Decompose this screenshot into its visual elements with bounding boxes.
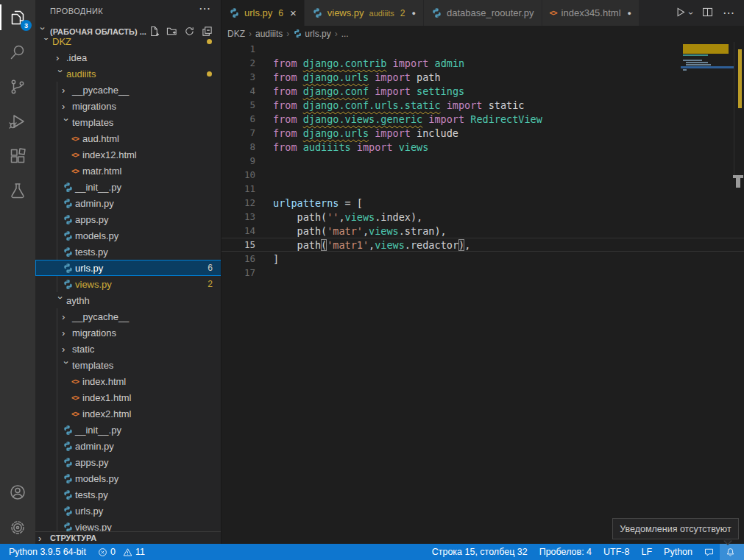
tab-description: audiiits bbox=[369, 9, 394, 18]
activity-extensions-icon[interactable] bbox=[0, 138, 35, 173]
tree-folder-aythh[interactable]: ›aythh bbox=[35, 292, 222, 308]
minimap[interactable] bbox=[681, 42, 734, 189]
line-number: 13 bbox=[222, 211, 255, 222]
refresh-icon[interactable] bbox=[183, 25, 196, 38]
run-button[interactable] bbox=[674, 6, 687, 21]
line-number: 11 bbox=[222, 183, 255, 194]
tree-file-admin.py[interactable]: admin.py bbox=[35, 438, 222, 454]
split-editor-button[interactable] bbox=[701, 6, 714, 21]
activity-source-control-icon[interactable] bbox=[0, 69, 35, 104]
python-interpreter-status[interactable]: Python 3.9.5 64-bit bbox=[0, 544, 92, 560]
feedback-icon[interactable] bbox=[698, 544, 720, 560]
activity-account-icon[interactable] bbox=[0, 475, 35, 509]
status-indentation[interactable]: Пробелов: 4 bbox=[534, 544, 598, 560]
new-folder-icon[interactable] bbox=[165, 25, 178, 38]
tree-folder-DKZ[interactable]: ›DKZ bbox=[35, 38, 222, 49]
minimap-current-line bbox=[681, 66, 734, 68]
notifications-bell-icon[interactable] bbox=[720, 544, 744, 560]
tree-item-label: admin.py bbox=[75, 198, 114, 209]
tree-folder-.idea[interactable]: ›.idea bbox=[35, 49, 222, 65]
outline-section-header[interactable]: › СТРУКТУРА bbox=[35, 531, 222, 544]
activity-testing-icon[interactable] bbox=[0, 173, 35, 208]
tree-file-views.py[interactable]: views.py bbox=[35, 519, 222, 531]
breadcrumb-item[interactable]: urls.py bbox=[305, 29, 330, 39]
tree-file-index2.html[interactable]: <>index2.html bbox=[35, 405, 222, 422]
code-line-4: 4from django.conf import settings bbox=[222, 84, 744, 98]
tree-file-models.py[interactable]: models.py bbox=[35, 227, 222, 244]
tree-file-index12.html[interactable]: <>index12.html bbox=[35, 146, 222, 163]
tree-item-label: tests.py bbox=[75, 247, 108, 258]
tree-folder-__pycache__[interactable]: ›__pycache__ bbox=[35, 308, 222, 325]
code-line-12: 12urlpatterns = [ bbox=[222, 196, 744, 210]
tree-item-label: index.html bbox=[82, 376, 126, 387]
line-number: 15 bbox=[222, 239, 255, 250]
tree-file-apps.py[interactable]: apps.py bbox=[35, 211, 222, 227]
tree-file-tests.py[interactable]: tests.py bbox=[35, 486, 222, 503]
tree-folder-__pycache__[interactable]: ›__pycache__ bbox=[35, 82, 222, 98]
activity-search-icon[interactable] bbox=[0, 35, 35, 69]
line-number: 17 bbox=[222, 267, 255, 278]
status-eol[interactable]: LF bbox=[635, 544, 658, 560]
tab-views.py[interactable]: views.pyaudiiits2● bbox=[305, 0, 424, 26]
tree-folder-templates[interactable]: ›templates bbox=[35, 114, 222, 130]
html-file-icon: <> bbox=[69, 394, 81, 402]
minimap-line bbox=[686, 64, 711, 65]
chevron-down-icon: › bbox=[42, 38, 52, 46]
tab-urls.py[interactable]: urls.py6× bbox=[222, 0, 305, 26]
tree-folder-templates[interactable]: ›templates bbox=[35, 357, 222, 373]
tree-file-admin.py[interactable]: admin.py bbox=[35, 195, 222, 211]
tree-item-label: __pycache__ bbox=[72, 85, 129, 96]
run-dropdown-chevron-icon[interactable]: › bbox=[686, 12, 696, 15]
tree-file-index.html[interactable]: <>index.html bbox=[35, 373, 222, 389]
sidebar-more-actions-icon[interactable]: ⋯ bbox=[199, 1, 210, 15]
code-line-16: 16] bbox=[222, 252, 744, 266]
python-file-icon bbox=[229, 7, 240, 18]
modified-dot-icon bbox=[207, 39, 212, 44]
status-language-mode[interactable]: Python bbox=[658, 544, 698, 560]
tree-item-label: __init__.py bbox=[75, 425, 121, 436]
tree-file-__init__.py[interactable]: __init__.py bbox=[35, 179, 222, 195]
tree-file-aud.html[interactable]: <>aud.html bbox=[35, 130, 222, 146]
status-cursor-position[interactable]: Строка 15, столбец 32 bbox=[426, 544, 534, 560]
code-editor[interactable]: 12from django.contrib import admin3from … bbox=[222, 42, 744, 544]
problems-status[interactable]: 0 11 bbox=[92, 544, 151, 560]
breadcrumb-item[interactable]: audiiits bbox=[255, 29, 283, 39]
tree-file-index1.html[interactable]: <>index1.html bbox=[35, 389, 222, 405]
python-file-icon bbox=[62, 473, 74, 484]
code-line-3: 3from django.urls import path bbox=[222, 70, 744, 84]
tree-file-apps.py[interactable]: apps.py bbox=[35, 454, 222, 470]
tree-folder-migrations[interactable]: ›migrations bbox=[35, 325, 222, 341]
code-line-9: 9 bbox=[222, 154, 744, 168]
close-icon[interactable]: × bbox=[290, 7, 297, 19]
breadcrumb-separator: › bbox=[249, 29, 252, 39]
line-number: 10 bbox=[222, 169, 255, 180]
new-file-icon[interactable] bbox=[147, 25, 160, 38]
workspace-section-header[interactable]: › (РАБОЧАЯ ОБЛАСТЬ) ... bbox=[35, 24, 221, 38]
tree-file-tests.py[interactable]: tests.py bbox=[35, 244, 222, 260]
tree-item-label: templates bbox=[72, 117, 113, 128]
tree-file-urls.py[interactable]: urls.py bbox=[35, 503, 222, 519]
tree-file-urls.py[interactable]: urls.py6 bbox=[35, 260, 222, 276]
tree-folder-migrations[interactable]: ›migrations bbox=[35, 98, 222, 114]
more-actions-icon[interactable]: ⋯ bbox=[723, 6, 735, 20]
tree-folder-audiiits[interactable]: ›audiiits bbox=[35, 65, 222, 82]
line-number: 2 bbox=[222, 57, 255, 68]
activity-explorer-icon[interactable]: 3 bbox=[0, 0, 35, 35]
activity-run-debug-icon[interactable] bbox=[0, 104, 35, 138]
tree-folder-static[interactable]: ›static bbox=[35, 341, 222, 357]
breadcrumb-item[interactable]: DKZ bbox=[227, 29, 245, 39]
tree-file-__init__.py[interactable]: __init__.py bbox=[35, 422, 222, 438]
tree-file-models.py[interactable]: models.py bbox=[35, 470, 222, 486]
activity-settings-icon[interactable] bbox=[0, 510, 35, 545]
collapse-all-icon[interactable] bbox=[200, 25, 213, 38]
tab-database_roouter.py[interactable]: database_roouter.py bbox=[424, 0, 542, 26]
tree-item-label: views.py bbox=[75, 522, 112, 532]
tab-index345.html[interactable]: <>index345.html● bbox=[542, 0, 640, 26]
tree-file-matr.html[interactable]: <>matr.html bbox=[35, 163, 222, 179]
breadcrumb-item[interactable]: ... bbox=[341, 29, 349, 39]
chevron-down-icon: › bbox=[38, 27, 48, 36]
status-encoding[interactable]: UTF-8 bbox=[598, 544, 635, 560]
tree-item-label: admin.py bbox=[75, 441, 114, 452]
scrollbar-handle[interactable] bbox=[736, 178, 740, 188]
tree-file-views.py[interactable]: views.py2 bbox=[35, 276, 222, 292]
